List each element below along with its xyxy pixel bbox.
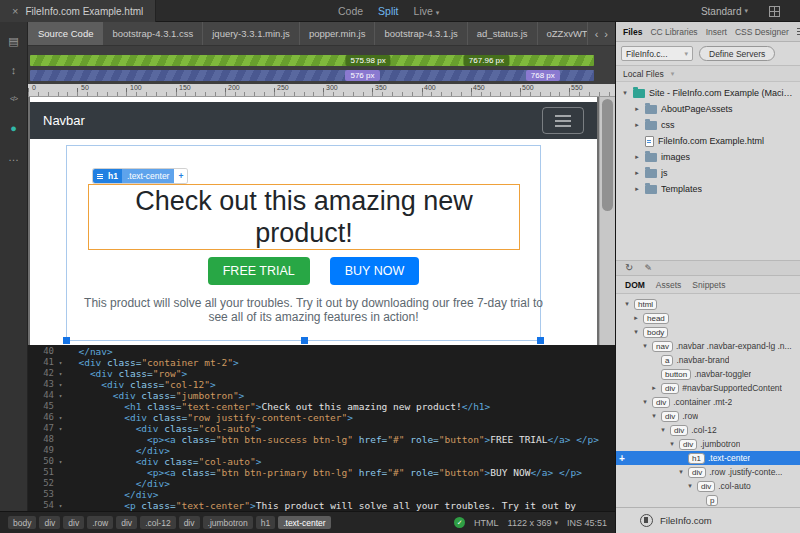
workspace-grid-icon[interactable]	[769, 6, 780, 17]
add-element-icon[interactable]: +	[619, 453, 625, 464]
open-documents-icon[interactable]: ▤	[6, 34, 22, 48]
preview-navbar[interactable]: Navbar	[30, 102, 597, 139]
tree-arrow-icon[interactable]: ▾	[641, 342, 649, 350]
dom-tag-chip[interactable]: div	[679, 439, 697, 450]
tree-arrow-icon[interactable]: ▸	[633, 185, 641, 193]
dom-tag-chip[interactable]: div	[661, 411, 679, 422]
dom-tree-item[interactable]: ▾body	[616, 325, 800, 339]
workspace-switcher[interactable]: Standard ▾	[701, 0, 748, 22]
tree-arrow-icon[interactable]: ▾	[632, 328, 640, 336]
code-line[interactable]: 47▾ <div class="col-auto">	[28, 423, 615, 434]
source-code-tab[interactable]: Source Code	[28, 22, 103, 46]
file-tree-item[interactable]: ▸AboutPageAssets	[616, 101, 800, 117]
selected-heading-outline[interactable]: Check out this amazing new product!	[88, 184, 520, 250]
view-mode-live[interactable]: Live▾	[414, 5, 440, 17]
preview-heading[interactable]: Check out this amazing new product!	[97, 185, 511, 250]
fold-icon[interactable]: ▾	[54, 368, 67, 379]
dom-tag-chip[interactable]: div	[652, 397, 670, 408]
resize-handle[interactable]	[537, 337, 544, 344]
element-class[interactable]: .text-center	[122, 169, 175, 183]
tree-arrow-icon[interactable]: ▾	[686, 482, 694, 490]
viewport-size-selector[interactable]: 1122 x 369 ▾	[508, 518, 558, 528]
dom-tree-item[interactable]: ▾div.row	[616, 409, 800, 423]
scrollbar-thumb[interactable]	[602, 99, 613, 211]
panel-tab-cc-libraries[interactable]: CC Libraries	[650, 27, 697, 37]
dom-tag-chip[interactable]: div	[670, 425, 688, 436]
tree-arrow-icon[interactable]: ▾	[677, 468, 685, 476]
dom-tree-item[interactable]: ▾div.jumbotron	[616, 437, 800, 451]
fold-icon[interactable]: ▾	[54, 456, 67, 467]
fold-icon[interactable]: ▾	[54, 412, 67, 423]
file-tree-item[interactable]: ▸css	[616, 117, 800, 133]
related-file[interactable]: oZZxvWTVVLFnU-9E	[538, 22, 587, 46]
dom-tree-item[interactable]: p	[616, 493, 800, 507]
live-view-scrollbar[interactable]	[599, 97, 615, 345]
code-line[interactable]: 51 <p><a class="btn btn-primary btn-lg" …	[28, 467, 615, 478]
view-mode-split[interactable]: Split	[378, 5, 398, 17]
code-line[interactable]: 46▾ <div class="row justify-content-cent…	[28, 412, 615, 423]
panel-tab-assets[interactable]: Assets	[656, 280, 682, 290]
tag-selector[interactable]: .jumbotron	[203, 516, 253, 529]
media-query-chip[interactable]: 576 px	[345, 70, 379, 81]
live-view-options-icon[interactable]: ●	[6, 121, 22, 135]
dom-tag-chip[interactable]: div	[697, 481, 715, 492]
dom-tag-chip[interactable]: button	[661, 369, 691, 380]
tree-arrow-icon[interactable]: ▸	[633, 169, 641, 177]
preview-paragraph[interactable]: This product will solve all your trouble…	[75, 296, 551, 324]
resize-handle[interactable]	[63, 337, 70, 344]
dom-tree-item[interactable]: a.navbar-brand	[616, 353, 800, 367]
view-mode-code[interactable]: Code	[338, 5, 363, 17]
element-display-chip[interactable]: h1 .text-center +	[93, 169, 187, 183]
file-tree-item[interactable]: FileInfo.com Example.html	[616, 133, 800, 149]
tag-selector[interactable]: div	[179, 516, 200, 529]
code-line[interactable]: 40 </nav>	[28, 346, 615, 357]
fold-icon[interactable]: ▾	[54, 379, 67, 390]
site-dropdown[interactable]: FileInfo.c... ▾	[621, 46, 693, 61]
more-tools-icon[interactable]: …	[6, 150, 22, 164]
media-query-chip[interactable]: 768 px	[526, 70, 560, 81]
tag-selector[interactable]: div	[39, 516, 60, 529]
fold-icon[interactable]: ▾	[54, 423, 67, 434]
dom-tag-chip[interactable]: nav	[652, 341, 673, 352]
code-line[interactable]: 43▾ <div class="col-12">	[28, 379, 615, 390]
dom-tag-chip[interactable]: div	[688, 467, 706, 478]
element-menu-icon[interactable]	[93, 169, 107, 183]
tag-selector[interactable]: .text-center	[278, 516, 331, 529]
code-navigator-icon[interactable]: </>	[6, 92, 22, 106]
tree-arrow-icon[interactable]: ▾	[650, 412, 658, 420]
code-line[interactable]: 42▾ <div class="row">	[28, 368, 615, 379]
file-tree-item[interactable]: ▸js	[616, 165, 800, 181]
tree-arrow-icon[interactable]: ▸	[633, 153, 641, 161]
preview-page[interactable]: Navbar h1 .text-center + Check out this …	[30, 97, 597, 345]
dom-tree-item[interactable]: ▾div.col-auto	[616, 479, 800, 493]
local-files-header[interactable]: Local Files ▾	[616, 66, 800, 82]
tree-arrow-icon[interactable]: ▾	[641, 398, 649, 406]
file-management-icon[interactable]: ↕	[6, 63, 22, 77]
code-editor[interactable]: 40 </nav>41▾ <div class="container mt-2"…	[28, 345, 615, 511]
tag-selector[interactable]: .row	[87, 516, 113, 529]
related-file[interactable]: jquery-3.3.1.min.js	[203, 22, 300, 46]
related-file[interactable]: ad_status.js	[468, 22, 538, 46]
dom-tag-chip[interactable]: div	[661, 383, 679, 394]
navbar-toggler-button[interactable]	[542, 107, 584, 134]
free-trial-button[interactable]: FREE TRIAL	[208, 257, 310, 285]
panel-tab-files[interactable]: Files	[623, 27, 642, 37]
panel-tab-insert[interactable]: Insert	[706, 27, 727, 37]
file-tree-item[interactable]: ▸images	[616, 149, 800, 165]
dom-tree-item[interactable]: ▾nav.navbar .navbar-expand-lg .n...	[616, 339, 800, 353]
dom-tag-chip[interactable]: p	[706, 495, 718, 506]
related-file[interactable]: bootstrap-4.3.1.css	[103, 22, 203, 46]
fold-icon[interactable]: ▾	[54, 500, 67, 511]
refresh-icon[interactable]: ↻	[625, 261, 633, 275]
related-file[interactable]: bootstrap-4.3.1.js	[375, 22, 467, 46]
resize-handle[interactable]	[301, 337, 308, 344]
fold-icon[interactable]: ▾	[54, 357, 67, 368]
code-line[interactable]: 49 </div>	[28, 445, 615, 456]
chevron-right-icon[interactable]: ›	[604, 28, 608, 40]
dom-tag-chip[interactable]: h1	[688, 453, 705, 464]
dom-tag-chip[interactable]: body	[643, 327, 668, 338]
file-tree-item[interactable]: ▸Templates	[616, 181, 800, 197]
tree-arrow-icon[interactable]: ▾	[621, 89, 629, 97]
tree-arrow-icon[interactable]: ▸	[633, 121, 641, 129]
panel-tab-snippets[interactable]: Snippets	[692, 280, 725, 290]
